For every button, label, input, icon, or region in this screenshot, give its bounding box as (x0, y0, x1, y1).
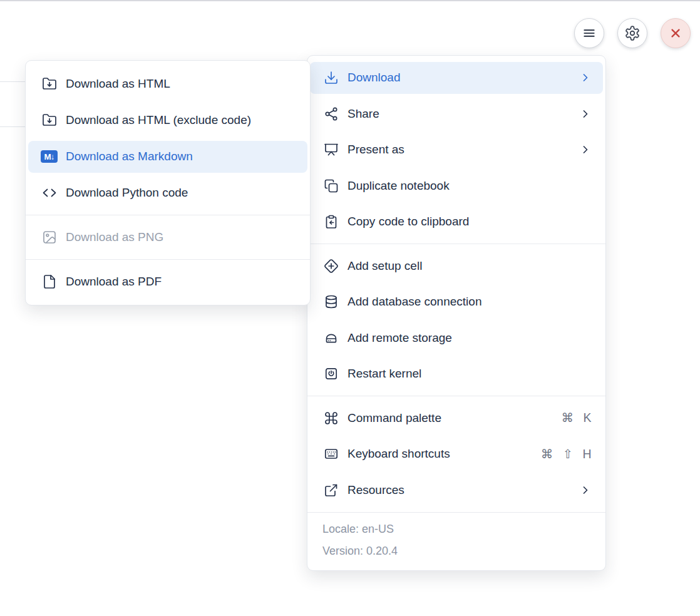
menu-item-label: Command palette (347, 411, 441, 425)
markdown-badge-text: M↓ (41, 150, 58, 163)
menu-item-label: Download as PNG (66, 230, 163, 244)
menu-item-share[interactable]: Share (307, 96, 605, 132)
chevron-right-icon (579, 143, 592, 156)
menu-item-duplicate-notebook[interactable]: Duplicate notebook (307, 168, 605, 204)
menu-item-label: Restart kernel (347, 367, 421, 381)
submenu-item-download-as-html-exclude-code[interactable]: Download as HTML (exclude code) (26, 102, 310, 138)
notebook-actions-menu: Download Share Present as Duplicate note… (307, 55, 606, 571)
share-icon (322, 106, 339, 121)
hard-drive-icon (322, 331, 339, 346)
submenu-item-download-as-png: Download as PNG (26, 219, 310, 255)
notebook-toolbar (574, 18, 691, 48)
page-top-border (0, 0, 700, 1)
shortcut-hint: ⌘ K (562, 411, 592, 425)
menu-item-label: Add remote storage (347, 331, 452, 345)
markdown-badge-icon: M↓ (41, 150, 58, 163)
background-cell-border (0, 126, 25, 127)
submenu-item-download-python-code[interactable]: Download Python code (26, 175, 310, 211)
external-link-icon (322, 483, 339, 498)
gear-icon (624, 25, 641, 41)
menu-separator (307, 396, 605, 396)
hamburger-icon (581, 25, 597, 41)
database-icon (322, 294, 339, 309)
menu-item-label: Add database connection (347, 295, 481, 309)
file-icon (41, 274, 58, 289)
menu-item-download[interactable]: Download (310, 62, 603, 94)
menu-separator (307, 244, 605, 244)
image-icon (41, 230, 58, 245)
menu-item-add-setup-cell[interactable]: Add setup cell (307, 248, 605, 284)
menu-item-label: Keyboard shortcuts (347, 447, 450, 461)
menu-item-label: Download (347, 71, 401, 85)
menu-item-label: Add setup cell (347, 259, 422, 273)
diamond-plus-icon (322, 259, 339, 274)
menu-separator (26, 215, 310, 215)
keyboard-icon (322, 446, 339, 461)
menu-item-label: Download as PDF (66, 275, 162, 289)
presentation-icon (322, 142, 339, 157)
submenu-item-download-as-markdown[interactable]: M↓ Download as Markdown (28, 141, 307, 173)
menu-item-label: Download as HTML (exclude code) (66, 113, 251, 127)
square-power-icon (322, 366, 339, 381)
close-notebook-button[interactable] (661, 18, 691, 48)
menu-item-label: Copy code to clipboard (347, 215, 469, 228)
menu-item-resources[interactable]: Resources (307, 472, 605, 508)
menu-item-command-palette[interactable]: Command palette ⌘ K (307, 400, 605, 436)
settings-button[interactable] (617, 18, 647, 48)
notebook-menu-button[interactable] (574, 18, 604, 48)
menu-item-label: Duplicate notebook (347, 179, 450, 193)
background-cell-border (0, 81, 25, 82)
menu-item-label: Resources (347, 483, 404, 497)
menu-separator (26, 259, 310, 260)
locale-text: Locale: en-US (322, 518, 590, 540)
menu-item-keyboard-shortcuts[interactable]: Keyboard shortcuts ⌘ ⇧ H (307, 436, 605, 473)
command-icon (322, 411, 339, 426)
menu-item-label: Present as (347, 143, 404, 157)
menu-item-label: Download as HTML (66, 77, 170, 91)
shortcut-hint: ⌘ ⇧ H (541, 447, 592, 461)
submenu-item-download-as-pdf[interactable]: Download as PDF (26, 264, 310, 300)
menu-item-label: Share (347, 107, 379, 121)
version-text: Version: 0.20.4 (322, 540, 590, 562)
chevron-right-icon (579, 108, 592, 120)
download-icon (322, 70, 339, 85)
chevron-right-icon (579, 484, 592, 496)
folder-download-icon (41, 113, 58, 128)
menu-item-present-as[interactable]: Present as (307, 132, 605, 168)
download-submenu: Download as HTML Download as HTML (exclu… (25, 60, 311, 305)
menu-item-add-remote-storage[interactable]: Add remote storage (307, 320, 605, 356)
menu-item-add-database-connection[interactable]: Add database connection (307, 284, 605, 321)
x-icon (667, 25, 684, 41)
submenu-item-download-as-html[interactable]: Download as HTML (26, 66, 310, 102)
menu-item-label: Download Python code (66, 186, 188, 200)
duplicate-icon (322, 178, 339, 193)
code-icon (41, 185, 58, 200)
menu-footer: Locale: en-US Version: 0.20.4 (307, 512, 605, 570)
clipboard-arrow-icon (322, 214, 339, 229)
menu-item-restart-kernel[interactable]: Restart kernel (307, 356, 605, 393)
menu-item-label: Download as Markdown (66, 150, 193, 163)
menu-item-copy-code[interactable]: Copy code to clipboard (307, 204, 605, 240)
chevron-right-icon (579, 71, 592, 84)
folder-download-icon (41, 76, 58, 91)
